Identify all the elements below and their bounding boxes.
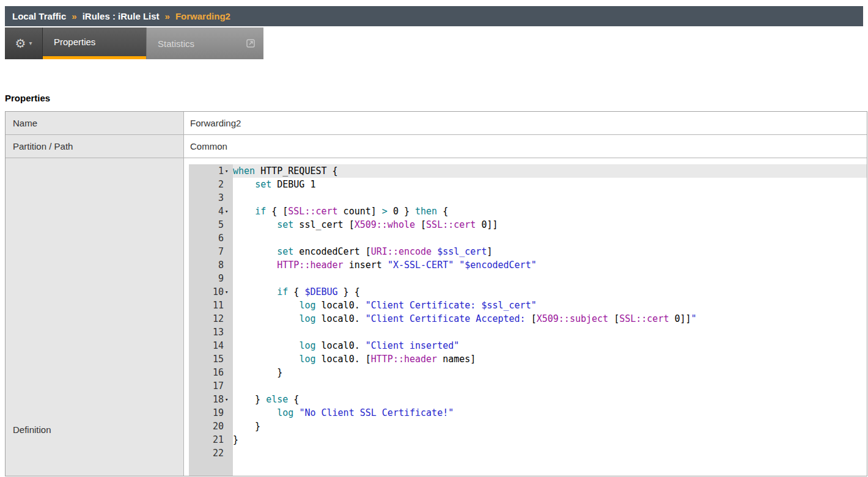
line-number: 14 bbox=[189, 339, 224, 352]
row-value-definition: 1▾234▾5678910▾1112131415161718▾19202122 … bbox=[184, 158, 867, 476]
options-menu-button[interactable]: ⚙ ▾ bbox=[5, 27, 43, 59]
code-line[interactable]: } bbox=[233, 420, 867, 433]
line-number: 13 bbox=[189, 326, 224, 339]
code-line[interactable] bbox=[233, 446, 867, 460]
editor-code-area[interactable]: when HTTP_REQUEST { set DEBUG 1 if { [SS… bbox=[233, 164, 867, 476]
line-number: 6 bbox=[189, 231, 224, 245]
gutter-line: 6 bbox=[189, 231, 233, 245]
external-link-icon bbox=[246, 39, 255, 48]
table-row-name: Name Forwarding2 bbox=[6, 112, 867, 135]
code-line[interactable]: log local0. "Client Certificate Accepted… bbox=[233, 312, 867, 326]
gutter-line: 19 bbox=[189, 406, 233, 420]
line-number: 9 bbox=[189, 272, 224, 285]
row-label-definition: Definition bbox=[6, 158, 184, 476]
gutter-line: 1▾ bbox=[189, 164, 233, 178]
gear-icon: ⚙ bbox=[15, 37, 26, 49]
table-row-definition: Definition 1▾234▾5678910▾111213141516171… bbox=[6, 158, 867, 476]
breadcrumb-separator-icon: » bbox=[72, 11, 76, 21]
gutter-line: 21 bbox=[189, 433, 233, 446]
gutter-line: 3 bbox=[189, 191, 233, 205]
tab-properties-label: Properties bbox=[54, 37, 95, 47]
code-line[interactable]: set DEBUG 1 bbox=[233, 178, 867, 191]
line-number: 18 bbox=[189, 393, 224, 406]
line-number: 7 bbox=[189, 245, 224, 258]
gutter-line: 12 bbox=[189, 312, 233, 326]
code-line[interactable] bbox=[233, 231, 867, 245]
row-label-partition: Partition / Path bbox=[6, 135, 184, 158]
tab-properties[interactable]: Properties bbox=[43, 27, 146, 59]
line-number: 10 bbox=[189, 285, 224, 299]
code-line[interactable]: set ssl_cert [X509::whole [SSL::cert 0]] bbox=[233, 218, 867, 231]
gutter-line: 7 bbox=[189, 245, 233, 258]
definition-label: Definition bbox=[13, 424, 51, 435]
gutter-line: 16 bbox=[189, 366, 233, 379]
code-line[interactable] bbox=[233, 379, 867, 393]
code-line[interactable]: log local0. "Client inserted" bbox=[233, 339, 867, 352]
tab-statistics[interactable]: Statistics bbox=[146, 27, 263, 59]
fold-toggle-icon[interactable]: ▾ bbox=[224, 164, 233, 178]
gutter-line: 4▾ bbox=[189, 205, 233, 218]
gutter-line: 11 bbox=[189, 299, 233, 312]
breadcrumb: Local Traffic » iRules : iRule List » Fo… bbox=[5, 6, 863, 26]
code-line[interactable]: when HTTP_REQUEST { bbox=[233, 164, 867, 178]
code-line[interactable]: HTTP::header insert "X-SSL-CERT" "$encod… bbox=[233, 258, 867, 272]
code-line[interactable]: if { $DEBUG } { bbox=[233, 285, 867, 299]
tab-statistics-label: Statistics bbox=[158, 38, 194, 49]
fold-toggle-icon[interactable]: ▾ bbox=[224, 205, 233, 218]
code-line[interactable] bbox=[233, 326, 867, 339]
gutter-line: 22 bbox=[189, 446, 233, 460]
row-value-partition: Common bbox=[184, 135, 867, 158]
line-number: 3 bbox=[189, 191, 224, 205]
code-line[interactable]: } bbox=[233, 433, 867, 446]
line-number: 19 bbox=[189, 406, 224, 420]
line-number: 22 bbox=[189, 446, 224, 460]
gutter-line: 5 bbox=[189, 218, 233, 231]
gutter-line: 14 bbox=[189, 339, 233, 352]
breadcrumb-local-traffic[interactable]: Local Traffic bbox=[12, 11, 66, 21]
line-number: 16 bbox=[189, 366, 224, 379]
line-number: 2 bbox=[189, 178, 224, 191]
breadcrumb-separator-icon: » bbox=[165, 11, 170, 21]
line-number: 11 bbox=[189, 299, 224, 312]
gutter-line: 2 bbox=[189, 178, 233, 191]
fold-toggle-icon[interactable]: ▾ bbox=[224, 393, 233, 406]
code-line[interactable]: log local0. "Client Certificate: $ssl_ce… bbox=[233, 299, 867, 312]
row-label-name: Name bbox=[6, 112, 184, 134]
gutter-line: 20 bbox=[189, 420, 233, 433]
line-number: 4 bbox=[189, 205, 224, 218]
tab-bar: ⚙ ▾ Properties Statistics bbox=[5, 27, 863, 59]
definition-code-editor[interactable]: 1▾234▾5678910▾1112131415161718▾19202122 … bbox=[189, 164, 867, 476]
editor-gutter: 1▾234▾5678910▾1112131415161718▾19202122 bbox=[189, 164, 233, 476]
row-value-name: Forwarding2 bbox=[184, 112, 867, 134]
breadcrumb-irule-list[interactable]: iRules : iRule List bbox=[83, 11, 160, 21]
gutter-line: 17 bbox=[189, 379, 233, 393]
table-row-partition: Partition / Path Common bbox=[6, 135, 867, 158]
code-line[interactable]: set encodedCert [URI::encode $ssl_cert] bbox=[233, 245, 867, 258]
code-line[interactable] bbox=[233, 272, 867, 285]
breadcrumb-current-page: Forwarding2 bbox=[175, 11, 230, 21]
line-number: 5 bbox=[189, 218, 224, 231]
code-line[interactable]: if { [SSL::cert count] > 0 } then { bbox=[233, 205, 867, 218]
line-number: 20 bbox=[189, 420, 224, 433]
properties-table: Name Forwarding2 Partition / Path Common… bbox=[5, 111, 867, 476]
page-title: Properties bbox=[5, 93, 868, 103]
code-line[interactable]: log local0. [HTTP::header names] bbox=[233, 352, 867, 366]
code-line[interactable]: log "No Client SSL Certificate!" bbox=[233, 406, 867, 420]
line-number: 8 bbox=[189, 258, 224, 272]
chevron-down-icon: ▾ bbox=[29, 40, 32, 46]
line-number: 15 bbox=[189, 352, 224, 366]
code-line[interactable]: } else { bbox=[233, 393, 867, 406]
gutter-line: 13 bbox=[189, 326, 233, 339]
gutter-line: 8 bbox=[189, 258, 233, 272]
gutter-line: 18▾ bbox=[189, 393, 233, 406]
gutter-line: 15 bbox=[189, 352, 233, 366]
code-line[interactable] bbox=[233, 191, 867, 205]
code-line[interactable]: } bbox=[233, 366, 867, 379]
line-number: 17 bbox=[189, 379, 224, 393]
fold-toggle-icon[interactable]: ▾ bbox=[224, 285, 233, 299]
line-number: 21 bbox=[189, 433, 224, 446]
line-number: 1 bbox=[189, 164, 224, 178]
gutter-line: 9 bbox=[189, 272, 233, 285]
gutter-line: 10▾ bbox=[189, 285, 233, 299]
line-number: 12 bbox=[189, 312, 224, 326]
